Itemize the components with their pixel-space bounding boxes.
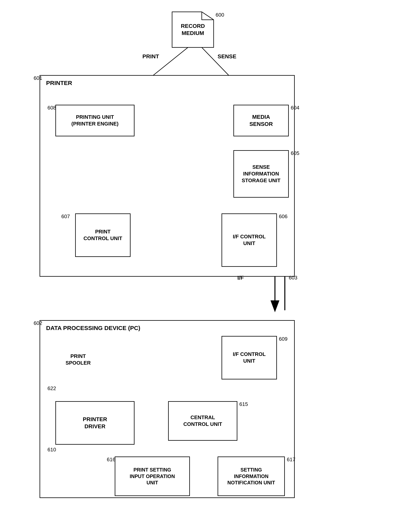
ref-608: 608 (48, 105, 56, 111)
print-setting-box: PRINT SETTING INPUT OPERATION UNIT (115, 456, 190, 496)
if-control-pc-box: I/F CONTROL UNIT (222, 336, 277, 380)
print-spooler-label: PRINT SPOOLER (52, 338, 104, 381)
sense-label: SENSE (217, 53, 236, 60)
ref-604: 604 (291, 105, 299, 111)
sense-info-box: SENSE INFORMATION STORAGE UNIT (233, 150, 289, 198)
ref-607: 607 (61, 213, 70, 219)
if-control-printer-box: I/F CONTROL UNIT (222, 213, 277, 267)
ref-605: 605 (291, 150, 299, 156)
central-control-box: CENTRAL CONTROL UNIT (168, 401, 237, 441)
ref-601: 601 (34, 75, 42, 81)
record-medium-box: RECORD MEDIUM (172, 12, 214, 48)
data-processing-label: DATA PROCESSING DEVICE (PC) (46, 325, 140, 332)
diagram-container: RECORD MEDIUM 600 PRINT SENSE PRINTER 60… (0, 0, 413, 532)
ref-609: 609 (279, 336, 287, 342)
print-control-box: PRINT CONTROL UNIT (75, 213, 130, 257)
printing-unit-box: PRINTING UNIT (PRINTER ENGINE) (55, 105, 135, 136)
setting-info-box: SETTING INFORMATION NOTIFICATION UNIT (217, 456, 285, 496)
print-label: PRINT (142, 53, 159, 60)
printer-label: PRINTER (46, 80, 72, 86)
ref-622: 622 (48, 385, 56, 391)
printer-driver-box: PRINTER DRIVER (55, 401, 135, 445)
ref-617: 617 (287, 456, 295, 463)
ref-600: 600 (216, 12, 224, 18)
ref-616: 616 (107, 456, 115, 463)
ref-603: 603 (289, 275, 297, 281)
if-label: I/F (237, 275, 244, 281)
media-sensor-box: MEDIA SENSOR (233, 105, 289, 136)
ref-615: 615 (239, 401, 248, 407)
ref-602: 602 (34, 320, 42, 326)
ref-610: 610 (48, 447, 56, 453)
ref-606: 606 (279, 213, 287, 219)
